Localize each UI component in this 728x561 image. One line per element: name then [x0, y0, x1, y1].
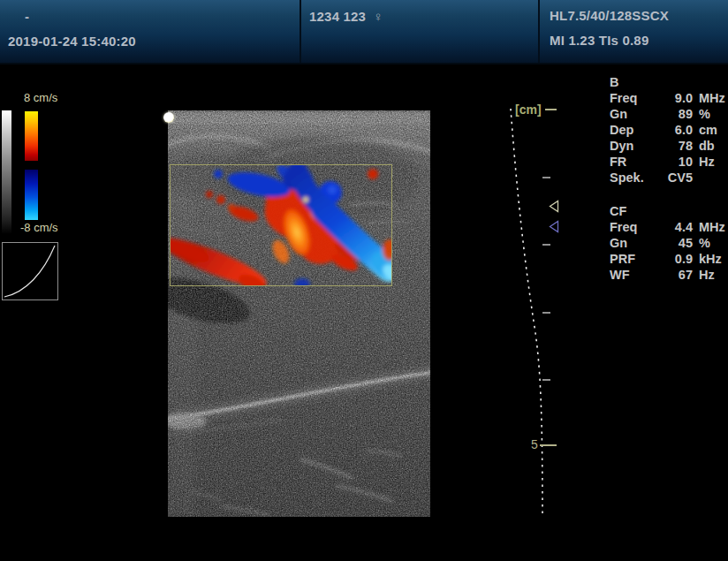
ultrasound-screen: - 2019-01-24 15:40:20 1234 123♀ HL7.5/40…	[0, 0, 728, 561]
cm-unit-label: [cm]	[515, 102, 542, 117]
velocity-max-label: 8 cm/s	[24, 91, 57, 104]
status-bar-divider	[300, 0, 301, 63]
param-row-cf-freq: Freq 4.4 MHz	[610, 219, 725, 235]
param-row-b-dynamic-range: Dyn 78 db	[610, 138, 725, 154]
param-row-cf-prf: PRF 0.9 kHz	[610, 251, 725, 267]
cf-mode-panel: CF Freq 4.4 MHz Gn 45 % PRF 0.9 kHz WF 6…	[610, 203, 725, 283]
orientation-marker-dot	[163, 112, 174, 123]
gray-scale-bar	[2, 110, 11, 234]
param-row-b-frame-rate: FR 10 Hz	[610, 154, 725, 170]
patient-id: 1234 123♀	[309, 9, 383, 24]
transducer-label: HL7.5/40/128SSCX	[550, 8, 669, 23]
female-icon: ♀	[373, 9, 383, 24]
param-row-b-gain: Gn 89 %	[610, 106, 725, 122]
depth-label-5: 5	[531, 437, 538, 451]
depth-tick-0	[545, 109, 557, 110]
depth-tick-2	[542, 244, 550, 246]
gamma-curve-box	[2, 242, 58, 300]
patient-id-text: 1234 123	[309, 9, 366, 24]
velocity-min-label: -8 cm/s	[20, 221, 58, 234]
safety-indices: MI 1.23 TIs 0.89	[550, 33, 648, 48]
depth-tick-3	[542, 312, 550, 314]
tgc-curve[interactable]	[490, 97, 561, 521]
param-row-cf-gain: Gn 45 %	[610, 235, 725, 251]
b-mode-title: B	[610, 74, 725, 90]
gamma-curve	[3, 243, 57, 299]
param-row-b-depth: Dep 6.0 cm	[610, 122, 725, 138]
datetime-label: 2019-01-24 15:40:20	[8, 34, 136, 49]
study-label: -	[25, 9, 29, 24]
focus-marker-upper[interactable]	[549, 200, 559, 213]
param-row-b-freq: Freq 9.0 MHz	[610, 90, 725, 106]
depth-tick-1	[542, 177, 550, 178]
focus-marker-lower[interactable]	[549, 220, 559, 233]
ultrasound-image	[168, 110, 430, 517]
depth-tick-4	[542, 379, 550, 381]
status-bar: - 2019-01-24 15:40:20 1234 123♀ HL7.5/40…	[0, 0, 728, 64]
cf-mode-title: CF	[610, 203, 725, 219]
color-velocity-bar-positive	[25, 111, 38, 161]
param-row-b-speckle: Spek. CV5	[610, 170, 725, 186]
param-row-cf-wall-filter: WF 67 Hz	[610, 267, 725, 283]
status-bar-divider	[538, 0, 540, 63]
depth-tick-5	[540, 444, 557, 446]
b-mode-panel: B Freq 9.0 MHz Gn 89 % Dep 6.0 cm Dyn 78…	[610, 74, 725, 186]
color-velocity-bar-negative	[25, 170, 38, 220]
